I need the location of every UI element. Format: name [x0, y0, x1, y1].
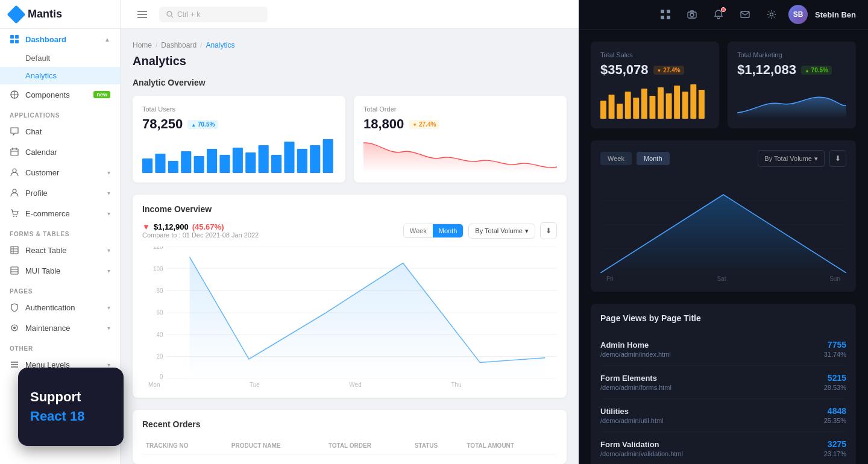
page-views-title: Page Views by Page Title — [600, 313, 846, 323]
col-status: Status — [411, 437, 464, 454]
svg-line-31 — [171, 16, 173, 17]
income-title: Income Overview — [142, 204, 557, 214]
pv-pct-2: 25.35% — [824, 417, 846, 424]
profile-chevron: ▾ — [107, 190, 110, 196]
svg-rect-43 — [284, 142, 294, 173]
income-x-axis: Mon Tue Wed Thu — [142, 381, 557, 388]
maintenance-icon — [10, 323, 19, 333]
svg-rect-2 — [10, 40, 14, 43]
svg-rect-45 — [310, 145, 320, 173]
marketing-label: Total Marketing — [737, 51, 846, 58]
search-placeholder: Ctrl + k — [177, 10, 200, 19]
orders-label: Total Order — [363, 105, 557, 113]
breadcrumb-home[interactable]: Home — [133, 41, 152, 49]
logo-text: Mantis — [28, 8, 62, 20]
svg-point-23 — [13, 327, 16, 329]
users-value: 78,250 ▲ 70.5% — [142, 116, 336, 132]
support-react18-popup[interactable]: Support React 18 — [18, 368, 124, 446]
dashboard-chevron: ▲ — [104, 36, 110, 43]
pv-count-0: 7755 — [824, 340, 846, 350]
week-tab-button[interactable]: Week — [404, 224, 433, 237]
pv-title-0: Admin Home — [600, 340, 671, 350]
svg-rect-77 — [666, 93, 672, 119]
user-avatar[interactable]: SB — [788, 5, 808, 24]
month-tab-button[interactable]: Month — [433, 224, 464, 237]
svg-rect-74 — [641, 89, 647, 119]
volume-select-button[interactable]: By Total Volume ▾ — [468, 224, 535, 239]
components-icon — [10, 90, 19, 99]
breadcrumb-dashboard[interactable]: Dashboard — [161, 41, 197, 49]
sidebar-item-dashboard[interactable]: Dashboard ▲ — [0, 29, 120, 49]
dark-month-tab[interactable]: Month — [637, 152, 670, 165]
menu-toggle-button[interactable] — [133, 5, 152, 24]
svg-rect-79 — [682, 92, 688, 119]
sidebar-item-default[interactable]: Default — [0, 49, 120, 67]
other-section: Other — [0, 338, 120, 354]
col-tracking: Tracking No — [142, 437, 228, 454]
components-badge: new — [93, 91, 110, 98]
sales-label: Total Sales — [600, 51, 709, 58]
sidebar-item-analytics[interactable]: Analytics — [0, 67, 120, 84]
income-controls: Week Month By Total Volume ▾ ⬇ — [403, 222, 557, 239]
customer-label: Customer — [25, 168, 59, 177]
ecommerce-label: E-commerce — [25, 209, 70, 218]
menu-levels-chevron: ▾ — [107, 362, 110, 368]
sidebar-item-react-table[interactable]: React Table ▾ — [0, 240, 120, 260]
stat-card-users: Total Users 78,250 ▲ 70.5% — [133, 96, 345, 183]
dark-week-tab[interactable]: Week — [600, 152, 632, 165]
sidebar-item-mui-table[interactable]: MUI Table ▾ — [0, 260, 120, 281]
components-label: Components — [25, 90, 70, 99]
page-views-list: Admin Home /demo/admin/index.html 7755 3… — [600, 333, 846, 464]
svg-rect-70 — [609, 95, 615, 119]
ecommerce-icon — [10, 208, 19, 218]
dashboard-icon — [10, 34, 19, 44]
pv-url-2: /demo/admin/util.html — [600, 417, 664, 424]
users-badge: ▲ 70.5% — [187, 120, 218, 129]
pv-url-0: /demo/admin/index.html — [600, 351, 671, 358]
notification-icon-button[interactable] — [709, 5, 728, 24]
svg-rect-39 — [233, 148, 243, 173]
svg-rect-3 — [15, 40, 19, 43]
svg-rect-81 — [699, 90, 705, 119]
svg-point-66 — [690, 13, 694, 17]
sidebar-item-components[interactable]: Components new — [0, 84, 120, 105]
svg-rect-71 — [617, 104, 623, 119]
sidebar-item-calendar[interactable]: Calendar — [0, 142, 120, 162]
income-header: ▼ $1,12,900 (45.67%) Compare to : 01 Dec… — [142, 222, 557, 239]
svg-rect-15 — [11, 246, 18, 254]
dark-income-chart — [600, 177, 846, 273]
svg-rect-80 — [690, 84, 696, 119]
camera-icon-button[interactable] — [682, 5, 702, 24]
stat-cards: Total Users 78,250 ▲ 70.5% — [133, 96, 567, 183]
content-area: Home / Dashboard / Analytics Analytics A… — [121, 29, 579, 464]
sidebar-item-profile[interactable]: Profile ▾ — [0, 183, 120, 203]
pv-item-0: Admin Home /demo/admin/index.html 7755 3… — [600, 333, 846, 366]
sidebar-item-chat[interactable]: Chat — [0, 121, 120, 142]
pv-title-3: Form Validation — [600, 440, 683, 449]
mail-icon-button[interactable] — [735, 5, 755, 24]
dark-x-axis: Fri Sat Sun — [600, 275, 846, 282]
profile-label: Profile — [25, 189, 48, 198]
apps-icon-button[interactable] — [656, 5, 675, 24]
svg-rect-37 — [207, 149, 217, 173]
topbar: Ctrl + k — [121, 0, 579, 29]
search-box[interactable]: Ctrl + k — [159, 7, 268, 22]
sidebar-item-ecommerce[interactable]: E-commerce ▾ — [0, 203, 120, 224]
pv-item-3: Form Validation /demo/admin/validation.h… — [600, 432, 846, 464]
authentication-icon — [10, 303, 19, 312]
react-table-chevron: ▾ — [107, 247, 110, 254]
svg-text:120: 120 — [153, 246, 163, 251]
sidebar-item-maintenance[interactable]: Maintenance ▾ — [0, 318, 120, 338]
dashboard-label: Dashboard — [25, 35, 66, 44]
analytic-overview-title: Analytic Overview — [133, 78, 567, 87]
dark-volume-select[interactable]: By Total Volume ▾ — [758, 150, 825, 167]
sidebar-item-authentication[interactable]: Authentication ▾ — [0, 297, 120, 318]
dark-stat-cards: Total Sales $35,078 ▼ 27.4% — [591, 42, 856, 128]
svg-rect-67 — [741, 11, 749, 17]
download-button[interactable]: ⬇ — [540, 222, 557, 239]
calendar-icon — [10, 147, 19, 157]
left-panel: Ctrl + k Home / Dashboard / Analytics An… — [121, 0, 579, 464]
settings-icon-button[interactable] — [762, 5, 781, 24]
sidebar-item-customer[interactable]: Customer ▾ — [0, 162, 120, 183]
dark-download-button[interactable]: ⬇ — [829, 150, 846, 167]
